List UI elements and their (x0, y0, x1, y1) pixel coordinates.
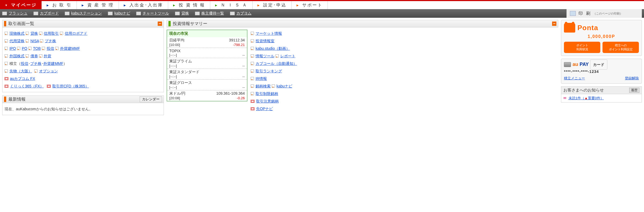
link-aukabufx[interactable]: auカブコム FX (10, 76, 35, 81)
info-link[interactable]: 取引制限銘柄 (256, 91, 278, 96)
aupay-unregister-link[interactable]: 登録解除 (625, 76, 639, 81)
bullet-icon (17, 47, 20, 50)
bullet-icon (28, 47, 32, 50)
toolbar-link[interactable]: 株主優待一覧 (195, 11, 224, 16)
arrow-icon: ▶ (297, 4, 299, 7)
tool-icon (195, 12, 200, 15)
aupay-tsumitate-link[interactable]: 積立メニュー (564, 76, 585, 81)
print-label: 印 刷 (578, 11, 591, 16)
bullet-icon (251, 69, 254, 73)
tool-icon (33, 12, 38, 15)
bullet-icon (251, 47, 254, 50)
print-sublabel: （このページの印刷） (593, 12, 623, 16)
nav-tab[interactable]: ▶Ｎ Ｉ Ｓ Ａ (210, 1, 252, 9)
trade-link[interactable]: 代用貸株 (9, 39, 25, 43)
info-link[interactable]: 情報ツール (256, 54, 274, 58)
tool-icon (65, 12, 70, 15)
bullet-icon (5, 32, 8, 35)
nav-tab[interactable]: ▼マイページ (0, 1, 42, 9)
info-link[interactable]: 取引注意銘柄 (256, 99, 279, 103)
bullet-icon (251, 77, 254, 80)
collapse-button[interactable]: − (552, 22, 556, 26)
top-nav: ▼マイページ▶お 取 引▶資 産 管 理▶入出金･入出庫▶投 資 情 報▶Ｎ Ｉ… (0, 0, 644, 9)
ponta-tsumitate-button[interactable]: 積立へのポイント利用設定 (602, 42, 639, 53)
market-row: 日経平均39112.34[10:00]-798.21 (167, 37, 247, 48)
bullet-icon (251, 39, 254, 43)
info-link[interactable]: kabuナビ (277, 84, 292, 88)
nav-tab[interactable]: ▶投 資 情 報 (168, 1, 210, 9)
nav-tab[interactable]: ▶入出金･入出庫 (119, 1, 168, 9)
trade-link[interactable]: NISA (30, 39, 39, 43)
nav-tab[interactable]: ▶設定･申込 (253, 1, 292, 9)
history-button[interactable]: 履歴 (629, 88, 639, 93)
link-tsumitate-toshin[interactable]: 投信 (21, 61, 28, 66)
calendar-button[interactable]: カレンダー (140, 96, 162, 102)
link-kuri365[interactable]: くりっく365（FX） (10, 84, 44, 88)
link-tsumitate-mmf[interactable]: 外貨建MMF (43, 61, 63, 66)
bullet-icon (251, 92, 254, 95)
collapse-button[interactable]: − (158, 22, 162, 26)
trade-link[interactable]: 現物株式 (9, 31, 25, 36)
trade-link[interactable]: 投信 (47, 46, 54, 51)
info-link[interactable]: 取引ランキング (256, 69, 282, 73)
link-tsumitate-puchi[interactable]: プチ株 (30, 61, 42, 66)
info-link[interactable]: kabu.studio（動画） (256, 46, 290, 51)
bullet-icon (5, 62, 8, 65)
info-link[interactable]: 投資情報室 (256, 39, 274, 43)
market-row: 東証スタンダード[--:--]-- (167, 69, 247, 79)
toolbar-link[interactable]: kabuナビ (108, 11, 130, 16)
bullet-icon (26, 32, 29, 35)
trade-link[interactable]: TOB (33, 46, 41, 51)
header-bar-icon (168, 21, 171, 26)
bullet-icon (60, 32, 63, 35)
ext-icon (5, 85, 8, 88)
news-header: 最新情報 カレンダー (2, 96, 164, 103)
news-body: 現在、auKabucomからのお知らせはございません。 (2, 103, 164, 115)
trade-link[interactable]: 外貨建MMF (60, 46, 80, 51)
bullet-icon (275, 54, 279, 58)
toolbar-link[interactable]: カブヨム (230, 11, 252, 16)
ponta-points: 1,000,000P (564, 34, 639, 39)
tool-icon (230, 12, 235, 15)
bullet-icon (26, 54, 29, 58)
credit-card-icon (564, 62, 571, 67)
toolbar-link[interactable]: kabuステーション (65, 11, 102, 16)
trade-link[interactable]: IPO (9, 46, 16, 51)
info-link[interactable]: 先OPナビ (256, 107, 273, 111)
info-link[interactable]: カブコール（自動通知） (256, 61, 297, 66)
trade-link[interactable]: プチ株 (45, 39, 56, 43)
info-link[interactable]: 銘柄検索 (256, 84, 271, 88)
trade-list-header: 取引画面一覧 − (2, 20, 164, 27)
info-link[interactable]: レポート (280, 54, 295, 58)
invest-summary-header: 投資情報サマリー − (167, 20, 558, 27)
unread-link[interactable]: 未読1件（▲重要0件） (569, 96, 604, 100)
trade-link[interactable]: 債券 (30, 54, 38, 58)
link-sakimono[interactable]: 先物（大阪） (9, 69, 32, 73)
toolbar-link[interactable]: フラッシュ (2, 11, 27, 16)
ext-icon (251, 100, 254, 103)
tool-icon (136, 12, 141, 15)
bullet-icon (5, 47, 8, 50)
info-link[interactable]: IR情報 (256, 76, 267, 81)
nav-tab[interactable]: ▶お 取 引 (42, 1, 77, 9)
trade-link[interactable]: PO (22, 46, 27, 51)
toolbar-link[interactable]: チャートツール (136, 11, 169, 16)
info-link[interactable]: マーケット情報 (256, 31, 282, 36)
ponta-usage-button[interactable]: ポイント利用状況 (564, 42, 600, 53)
bullet-icon (251, 62, 254, 65)
trade-link[interactable]: 貸株 (30, 31, 38, 36)
link-cfd[interactable]: 取引所CFD（株365） (52, 84, 89, 88)
link-option[interactable]: オプション (39, 69, 58, 73)
bullet-icon (55, 47, 58, 50)
arrow-icon: ▶ (173, 4, 176, 7)
trade-link[interactable]: 外国株式 (9, 54, 25, 58)
toolbar-link[interactable]: 貸株 (175, 11, 189, 16)
trade-link[interactable]: 信用ロボアド (65, 31, 87, 36)
notice-body: ✉ 未読1件（▲重要0件） (561, 94, 642, 103)
toolbar-link[interactable]: カブボード (33, 11, 59, 16)
nav-tab[interactable]: ▶サポート (292, 1, 328, 9)
nav-tab[interactable]: ▶資 産 管 理 (77, 1, 119, 9)
trade-link[interactable]: 信用取引 (44, 31, 59, 36)
print-button[interactable]: 印 刷 （このページの印刷） (566, 9, 642, 18)
trade-link[interactable]: 外貨 (44, 54, 51, 58)
